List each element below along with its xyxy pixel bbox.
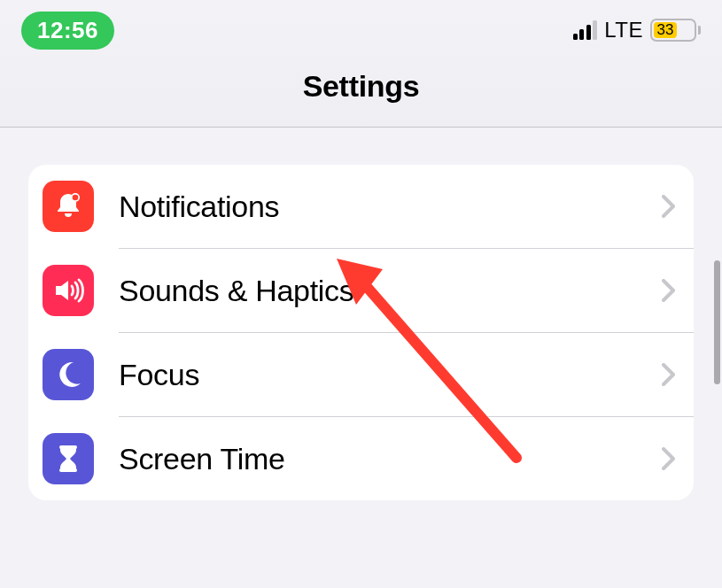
svg-rect-2 [59, 445, 77, 449]
bell-badge-icon [43, 181, 94, 232]
chevron-right-icon [662, 363, 676, 386]
network-type-label: LTE [604, 18, 643, 43]
settings-row-label: Sounds & Haptics [119, 274, 637, 308]
chevron-right-icon [662, 447, 676, 470]
moon-icon [43, 349, 94, 400]
battery-indicator: 33 [650, 19, 701, 42]
settings-row-label: Screen Time [119, 442, 637, 476]
status-time-pill[interactable]: 12:56 [21, 12, 114, 50]
svg-rect-3 [59, 468, 77, 472]
settings-row-focus[interactable]: Focus [28, 333, 694, 416]
hourglass-icon [43, 433, 94, 484]
settings-row-label: Focus [119, 358, 637, 392]
status-right: LTE 33 [573, 18, 701, 43]
chevron-right-icon [662, 279, 676, 302]
cellular-signal-icon [573, 20, 598, 40]
svg-point-1 [73, 195, 79, 201]
settings-row-notifications[interactable]: Notifications [28, 165, 694, 248]
content: Notifications Sounds & Haptics Focus [0, 128, 722, 500]
battery-percent-label: 33 [654, 22, 677, 38]
settings-row-label: Notifications [119, 190, 637, 224]
status-bar: 12:56 LTE 33 [0, 0, 722, 57]
speaker-icon [43, 265, 94, 316]
scroll-indicator[interactable] [714, 260, 720, 384]
page-title: Settings [0, 57, 722, 127]
chevron-right-icon [662, 195, 676, 218]
header: 12:56 LTE 33 Settings [0, 0, 722, 128]
settings-group: Notifications Sounds & Haptics Focus [28, 165, 694, 500]
settings-row-sounds-haptics[interactable]: Sounds & Haptics [28, 249, 694, 332]
settings-row-screen-time[interactable]: Screen Time [28, 417, 694, 500]
